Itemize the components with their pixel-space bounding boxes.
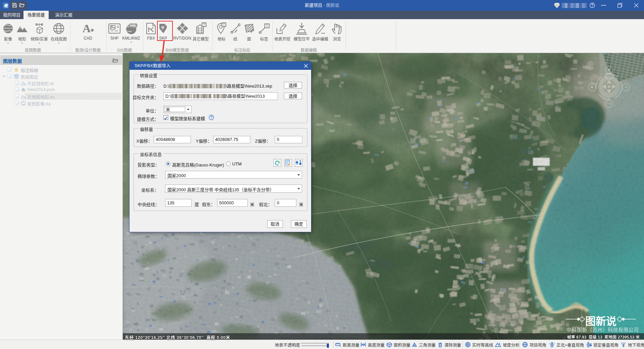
- svg-text:KML: KML: [130, 24, 137, 27]
- svg-text:E: E: [278, 161, 280, 164]
- svg-text:T: T: [203, 23, 205, 27]
- svg-text:T: T: [223, 23, 225, 27]
- svg-text:A: A: [83, 22, 91, 35]
- svg-text:V: V: [556, 4, 558, 7]
- svg-text:T: T: [266, 24, 268, 28]
